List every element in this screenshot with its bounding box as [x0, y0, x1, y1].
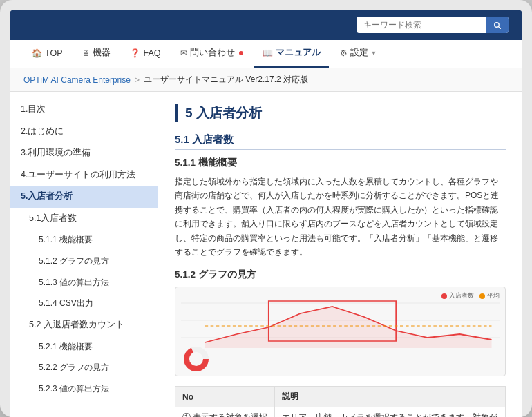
nav-label-kiki: 機器 — [93, 47, 111, 59]
nav-label-settings: 設定 — [350, 47, 368, 59]
mail-icon: ✉ — [180, 48, 187, 58]
sidebar-item-s5-1-4[interactable]: 5.1.4 CSV出力 — [10, 293, 158, 314]
notification-dot — [239, 51, 243, 55]
nav-label-faq: FAQ — [143, 48, 160, 58]
table-header-no: No — [175, 387, 275, 407]
content-area: 5 入店者分析 5.1 入店者数 5.1.1 機能概要 指定した領域外から指定し… — [158, 92, 522, 417]
donut-chart — [182, 345, 210, 373]
subsection-511-title: 5.1.1 機能概要 — [175, 157, 506, 169]
header-nav: 🏠 TOP 🖥 機器 ❓ FAQ ✉ 問い合わせ 📖 マニュアル ⚙ — [10, 40, 522, 68]
laptop-screen: 🏠 TOP 🖥 機器 ❓ FAQ ✉ 問い合わせ 📖 マニュアル ⚙ — [10, 10, 522, 417]
breadcrumb-separator: > — [135, 75, 140, 85]
breadcrumb-link[interactable]: OPTiM AI Camera Enterprise — [23, 75, 131, 85]
main-content: 1.目次 2.はじめに 3.利用環境の準備 4.ユーザーサイトの利用方法 5.入… — [10, 92, 522, 417]
search-input[interactable] — [357, 17, 486, 33]
faq-icon: ❓ — [130, 48, 140, 58]
nav-label-toiawase: 問い合わせ — [190, 47, 235, 59]
sidebar-item-s1[interactable]: 1.目次 — [10, 99, 158, 121]
sidebar-item-s5-2-1[interactable]: 5.2.1 機能概要 — [10, 336, 158, 358]
sidebar-item-s5-1-2[interactable]: 5.1.2 グラフの見方 — [10, 251, 158, 272]
breadcrumb-current: ユーザーサイトマニュアル Ver2.17.2 対応版 — [144, 74, 308, 86]
legend-item-2: 平均 — [479, 291, 500, 300]
svg-marker-4 — [205, 307, 492, 348]
gear-icon: ⚙ — [340, 48, 348, 58]
nav-label-manual: マニュアル — [276, 47, 321, 59]
legend-dot-red — [441, 293, 447, 299]
laptop-shell: 🏠 TOP 🖥 機器 ❓ FAQ ✉ 問い合わせ 📖 マニュアル ⚙ — [0, 0, 532, 417]
table-header-desc: 説明 — [275, 387, 506, 407]
chart-container: 入店者数 平均 — [175, 287, 506, 376]
header-top — [10, 10, 522, 40]
search-bar — [357, 17, 509, 33]
home-icon: 🏠 — [32, 48, 42, 58]
sidebar-item-s5-2-3[interactable]: 5.2.3 値の算出方法 — [10, 378, 158, 400]
page-title: 5 入店者分析 — [175, 104, 506, 122]
nav-item-faq[interactable]: ❓ FAQ — [122, 41, 169, 67]
chevron-down-icon: ▼ — [371, 50, 377, 57]
sidebar-item-s5-2[interactable]: 5.2 入退店者数カウント — [10, 314, 158, 336]
sidebar: 1.目次 2.はじめに 3.利用環境の準備 4.ユーザーサイトの利用方法 5.入… — [10, 92, 158, 417]
search-icon — [493, 21, 502, 30]
legend-dot-orange — [479, 293, 485, 299]
nav-item-manual[interactable]: 📖 マニュアル — [254, 40, 329, 68]
sidebar-item-s5[interactable]: 5.入店者分析 — [10, 186, 158, 208]
sidebar-item-s4[interactable]: 4.ユーザーサイトの利用方法 — [10, 164, 158, 186]
table-cell-desc: エリア、店舗、カメラを選択することができます。対象が変わります。 — [275, 407, 506, 417]
sidebar-item-s5-1[interactable]: 5.1入店者数 — [10, 208, 158, 230]
legend-item-1: 入店者数 — [441, 291, 474, 300]
search-button[interactable] — [486, 17, 509, 33]
sidebar-item-s2[interactable]: 2.はじめに — [10, 121, 158, 143]
subsection-511-text: 指定した領域外から指定した領域内に入った人数を累積してカウントし、各種グラフや商… — [175, 175, 506, 259]
nav-item-top[interactable]: 🏠 TOP — [23, 41, 70, 67]
sidebar-item-s3[interactable]: 3.利用環境の準備 — [10, 142, 158, 164]
legend-label-2: 平均 — [487, 291, 500, 300]
sidebar-item-s5-2-2[interactable]: 5.2.2 グラフの見方 — [10, 357, 158, 378]
nav-item-settings[interactable]: ⚙ 設定 ▼ — [332, 40, 386, 68]
chart-legend: 入店者数 平均 — [441, 291, 500, 300]
chart-svg — [181, 293, 500, 355]
table-cell-no: ① 表示する対象を選択 — [175, 407, 275, 417]
section-51-title: 5.1 入店者数 — [175, 133, 506, 150]
breadcrumb: OPTiM AI Camera Enterprise > ユーザーサイトマニュア… — [10, 68, 522, 92]
monitor-icon: 🖥 — [82, 48, 90, 58]
table-row: ① 表示する対象を選択 エリア、店舗、カメラを選択することができます。対象が変わ… — [175, 407, 506, 417]
sidebar-item-s5-1-1[interactable]: 5.1.1 機能概要 — [10, 229, 158, 251]
subsection-512-title: 5.1.2 グラフの見方 — [175, 269, 506, 281]
nav-item-kiki[interactable]: 🖥 機器 — [73, 40, 119, 68]
sidebar-item-s5-1-3[interactable]: 5.1.3 値の算出方法 — [10, 272, 158, 293]
nav-item-toiawase[interactable]: ✉ 問い合わせ — [172, 40, 251, 68]
data-table: No 説明 ① 表示する対象を選択 エリア、店舗、カメラを選択することができます… — [175, 386, 506, 417]
legend-label-1: 入店者数 — [449, 291, 474, 300]
book-icon: 📖 — [263, 48, 273, 58]
nav-label-top: TOP — [45, 48, 62, 58]
